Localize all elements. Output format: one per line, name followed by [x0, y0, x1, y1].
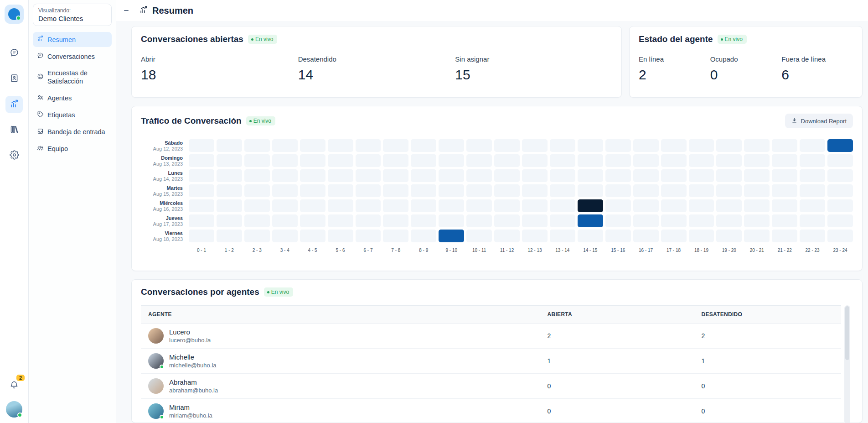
heatmap-cell[interactable] — [522, 139, 548, 152]
heatmap-cell[interactable] — [356, 199, 381, 212]
heatmap-cell[interactable] — [494, 184, 520, 197]
heatmap-cell[interactable] — [272, 199, 298, 212]
heatmap-cell[interactable] — [578, 139, 603, 152]
heatmap-cell[interactable] — [522, 154, 548, 167]
heatmap-cell[interactable] — [661, 154, 687, 167]
profile-avatar[interactable] — [6, 401, 22, 418]
heatmap-cell[interactable] — [439, 199, 464, 212]
heatmap-cell[interactable] — [466, 199, 492, 212]
heatmap-cell[interactable] — [439, 139, 464, 152]
heatmap-cell[interactable] — [272, 184, 298, 197]
heatmap-cell[interactable] — [439, 214, 464, 227]
heatmap-cell[interactable] — [217, 199, 242, 212]
workspace-switcher[interactable]: Visualizando: Demo Clientes — [33, 4, 112, 26]
heatmap-cell[interactable] — [189, 199, 214, 212]
heatmap-cell[interactable] — [716, 139, 742, 152]
heatmap-cell[interactable] — [550, 214, 575, 227]
heatmap-cell[interactable] — [466, 154, 492, 167]
heatmap-cell[interactable] — [522, 169, 548, 182]
heatmap-cell[interactable] — [300, 154, 326, 167]
heatmap-cell[interactable] — [522, 184, 548, 197]
heatmap-cell-filled[interactable] — [827, 139, 853, 152]
heatmap-cell[interactable] — [744, 230, 770, 242]
heatmap-cell[interactable] — [605, 169, 631, 182]
heatmap-cell[interactable] — [689, 154, 714, 167]
heatmap-cell[interactable] — [661, 169, 687, 182]
heatmap-cell[interactable] — [716, 169, 742, 182]
heatmap-cell[interactable] — [744, 214, 770, 227]
table-row[interactable]: Michellemichelle@buho.la11 — [141, 349, 841, 374]
heatmap-cell[interactable] — [411, 199, 436, 212]
heatmap-cell[interactable] — [772, 154, 797, 167]
heatmap-cell[interactable] — [689, 139, 714, 152]
sidebar-item-etiquetas[interactable]: Etiquetas — [33, 108, 112, 123]
heatmap-cell[interactable] — [411, 184, 436, 197]
heatmap-cell[interactable] — [800, 199, 825, 212]
heatmap-cell[interactable] — [689, 214, 714, 227]
heatmap-cell[interactable] — [494, 214, 520, 227]
sidebar-item-equipo[interactable]: Equipo — [33, 141, 112, 157]
heatmap-cell[interactable] — [772, 139, 797, 152]
heatmap-cell[interactable] — [633, 230, 659, 242]
rail-item-campaigns[interactable] — [5, 121, 23, 139]
heatmap-cell[interactable] — [356, 214, 381, 227]
heatmap-cell[interactable] — [633, 139, 659, 152]
heatmap-cell[interactable] — [716, 230, 742, 242]
heatmap-cell[interactable] — [300, 169, 326, 182]
heatmap-cell[interactable] — [217, 169, 242, 182]
rail-item-contacts[interactable] — [5, 70, 23, 88]
heatmap-cell[interactable] — [439, 184, 464, 197]
heatmap-cell[interactable] — [189, 169, 214, 182]
heatmap-cell[interactable] — [244, 214, 270, 227]
heatmap-cell[interactable] — [772, 199, 797, 212]
heatmap-cell[interactable] — [578, 169, 603, 182]
sidebar-item-resumen[interactable]: Resumen — [33, 32, 112, 47]
app-logo[interactable] — [5, 5, 24, 24]
heatmap-cell[interactable] — [244, 169, 270, 182]
notifications-button[interactable]: 2 — [6, 378, 22, 394]
heatmap-cell[interactable] — [522, 214, 548, 227]
heatmap-cell[interactable] — [300, 230, 326, 242]
heatmap-cell[interactable] — [439, 169, 464, 182]
heatmap-cell[interactable] — [189, 230, 214, 242]
heatmap-cell[interactable] — [827, 184, 853, 197]
heatmap-cell[interactable] — [494, 169, 520, 182]
heatmap-cell[interactable] — [633, 154, 659, 167]
heatmap-cell[interactable] — [494, 230, 520, 242]
heatmap-cell[interactable] — [744, 199, 770, 212]
heatmap-cell[interactable] — [800, 184, 825, 197]
heatmap-cell[interactable] — [217, 139, 242, 152]
heatmap-cell[interactable] — [661, 139, 687, 152]
heatmap-cell[interactable] — [466, 214, 492, 227]
heatmap-cell[interactable] — [244, 184, 270, 197]
heatmap-cell[interactable] — [605, 230, 631, 242]
heatmap-cell[interactable] — [827, 230, 853, 242]
heatmap-cell[interactable] — [633, 214, 659, 227]
heatmap-cell[interactable] — [800, 154, 825, 167]
heatmap-cell[interactable] — [633, 169, 659, 182]
heatmap-cell[interactable] — [716, 154, 742, 167]
heatmap-cell[interactable] — [772, 169, 797, 182]
heatmap-cell[interactable] — [244, 154, 270, 167]
heatmap-cell[interactable] — [383, 169, 408, 182]
heatmap-cell[interactable] — [494, 139, 520, 152]
heatmap-cell[interactable] — [466, 184, 492, 197]
heatmap-cell[interactable] — [189, 214, 214, 227]
heatmap-cell[interactable] — [800, 230, 825, 242]
rail-item-settings[interactable] — [5, 147, 23, 164]
heatmap-cell[interactable] — [356, 184, 381, 197]
rail-item-reports[interactable] — [5, 96, 23, 113]
heatmap-cell[interactable] — [328, 230, 353, 242]
heatmap-cell[interactable] — [550, 199, 575, 212]
heatmap-cell[interactable] — [439, 154, 464, 167]
heatmap-cell[interactable] — [494, 154, 520, 167]
heatmap-cell[interactable] — [578, 154, 603, 167]
heatmap-cell[interactable] — [300, 214, 326, 227]
heatmap-cell[interactable] — [328, 169, 353, 182]
sidebar-item-encuestas-de-satisfacci-n[interactable]: Encuestas de Satisfacción — [33, 66, 112, 89]
heatmap-cell[interactable] — [328, 154, 353, 167]
heatmap-cell[interactable] — [578, 230, 603, 242]
heatmap-cell[interactable] — [800, 214, 825, 227]
download-report-button[interactable]: Download Report — [785, 114, 853, 128]
heatmap-cell[interactable] — [244, 199, 270, 212]
